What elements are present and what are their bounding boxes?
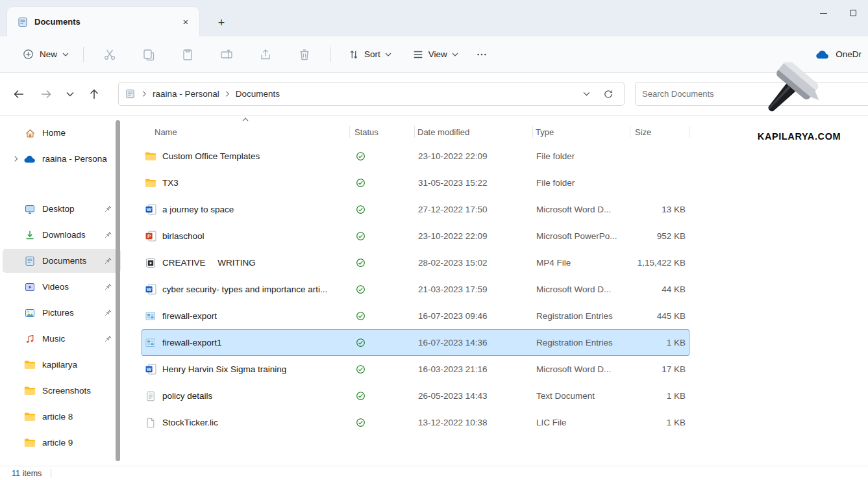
file-size: 1 KB	[630, 338, 690, 347]
onedrive-cloud-icon	[815, 49, 830, 60]
date-modified: 16-07-2023 09:46	[415, 311, 533, 321]
back-button[interactable]	[8, 83, 30, 105]
chevron-down-icon	[385, 53, 391, 57]
file-size: 952 KB	[630, 231, 690, 241]
sidebar-item-pictures[interactable]: Pictures	[3, 301, 121, 325]
table-row[interactable]: Pbirlaschool23-10-2022 22:09Microsoft Po…	[142, 223, 689, 249]
sidebar-item-article-9[interactable]: article 9	[3, 431, 121, 455]
command-bar: New Sort View OneDr	[0, 36, 868, 73]
sync-check-icon	[356, 258, 366, 268]
delete-button[interactable]	[290, 43, 319, 66]
cut-button[interactable]	[95, 43, 124, 66]
table-row[interactable]: firewall-export116-07-2023 14:36Registra…	[142, 329, 689, 356]
column-header-name[interactable]: Name	[142, 121, 349, 143]
home-icon	[23, 128, 36, 138]
more-options-button[interactable]	[469, 43, 495, 66]
folder-file-icon	[145, 178, 156, 188]
name-cell: policy details	[142, 391, 350, 401]
recent-locations-button[interactable]	[62, 83, 78, 105]
folder-icon	[23, 386, 36, 396]
file-size: 1,15,422 KB	[630, 258, 690, 268]
table-row[interactable]: firewall-export16-07-2023 09:46Registrat…	[142, 303, 689, 329]
chevron-down-icon	[452, 53, 458, 57]
table-row[interactable]: Wcyber security- types and importance ar…	[142, 276, 689, 303]
maximize-button[interactable]	[838, 0, 868, 26]
downloads-icon	[23, 230, 36, 240]
folder-file-icon	[145, 151, 156, 161]
lic-file-icon	[145, 418, 156, 428]
paste-button[interactable]	[173, 43, 202, 66]
file-type: Microsoft Word D...	[533, 364, 630, 374]
folder-icon	[23, 438, 36, 448]
share-button[interactable]	[251, 43, 280, 66]
sidebar-item-documents[interactable]: Documents	[3, 249, 121, 273]
svg-text:P: P	[147, 233, 151, 239]
chevron-down-icon	[66, 92, 74, 97]
sidebar-item-label: Videos	[42, 282, 105, 292]
view-button[interactable]: View	[406, 44, 465, 66]
table-row[interactable]: StockTicker.lic13-12-2022 10:38LIC File1…	[142, 409, 689, 436]
sidebar-list: Homeraaina - PersonaDesktopDownloadsDocu…	[0, 121, 130, 455]
sidebar-item-raaina-persona[interactable]: raaina - Persona	[3, 147, 121, 171]
date-modified: 28-02-2023 15:02	[415, 258, 533, 268]
explorer-tab-documents[interactable]: Documents ×	[6, 6, 200, 36]
column-header-date-modified[interactable]: Date modified	[414, 121, 532, 143]
search-box[interactable]	[635, 82, 868, 106]
tab-close-icon[interactable]: ×	[177, 14, 194, 31]
sidebar-scrollbar[interactable]	[116, 120, 120, 461]
refresh-icon[interactable]	[603, 89, 614, 99]
column-header-label: Size	[635, 127, 651, 137]
column-header-type[interactable]: Type	[532, 121, 630, 143]
navigation-pane: Homeraaina - PersonaDesktopDownloadsDocu…	[0, 116, 130, 466]
sidebar-item-article-8[interactable]: article 8	[3, 405, 121, 429]
status-cell	[350, 178, 415, 188]
column-header-label: Name	[155, 127, 177, 137]
sidebar-item-desktop[interactable]: Desktop	[3, 197, 121, 221]
status-cell	[350, 311, 415, 321]
breadcrumb-item-documents[interactable]: Documents	[232, 86, 284, 101]
sidebar-item-downloads[interactable]: Downloads	[3, 223, 121, 247]
table-row[interactable]: WHenry Harvin Six Sigma training16-03-20…	[142, 356, 689, 383]
table-row[interactable]: policy details26-05-2023 14:43Text Docum…	[142, 383, 689, 409]
sidebar-item-kapilarya[interactable]: kapilarya	[3, 353, 121, 377]
file-size: 1 KB	[630, 391, 690, 401]
tab-title: Documents	[34, 17, 171, 27]
column-header-label: Status	[354, 127, 378, 137]
sidebar-item-label: article 9	[42, 438, 118, 448]
sort-button[interactable]: Sort	[341, 44, 398, 66]
sidebar-item-label: raaina - Persona	[42, 154, 118, 164]
sidebar-item-videos[interactable]: Videos	[3, 275, 121, 299]
table-row[interactable]: Custom Office Templates23-10-2022 22:09F…	[142, 143, 689, 170]
view-button-label: View	[428, 49, 447, 59]
expand-chevron-icon[interactable]	[8, 155, 23, 162]
rename-button[interactable]	[212, 43, 241, 66]
new-button[interactable]: New	[14, 43, 77, 66]
file-name: TX3	[162, 178, 179, 188]
new-tab-button[interactable]: +	[213, 14, 230, 31]
sidebar-item-screenshots[interactable]: Screenshots	[3, 379, 121, 403]
sidebar-item-music[interactable]: Music	[3, 327, 121, 351]
sync-check-icon	[356, 338, 366, 347]
status-bar: 11 items	[0, 466, 868, 480]
copy-button[interactable]	[134, 43, 163, 66]
table-row[interactable]: Wa journey to space27-12-2022 17:50Micro…	[142, 196, 689, 223]
table-row[interactable]: TX331-05-2023 15:22File folder	[142, 170, 689, 196]
search-input[interactable]	[642, 89, 867, 99]
minimize-button[interactable]	[808, 0, 838, 26]
sidebar-item-home[interactable]: Home	[3, 121, 121, 145]
breadcrumb[interactable]: raaina - Personal Documents	[118, 82, 625, 106]
new-plus-icon	[22, 48, 34, 60]
address-dropdown-chevron-icon[interactable]	[583, 92, 590, 96]
up-arrow-icon	[88, 88, 101, 101]
status-cell	[350, 284, 415, 294]
column-header-status[interactable]: Status	[349, 121, 414, 143]
table-row[interactable]: CREATIVE WRITING28-02-2023 15:02MP4 File…	[142, 249, 689, 276]
file-list: Name Status Date modified Type Size Cust…	[130, 116, 868, 466]
forward-button[interactable]	[35, 83, 57, 105]
file-name: cyber security- types and importance art…	[162, 284, 327, 294]
breadcrumb-item-raaina-personal[interactable]: raaina - Personal	[149, 86, 223, 101]
onedrive-icon	[23, 155, 36, 164]
up-button[interactable]	[83, 83, 105, 105]
onedrive-status-button[interactable]: OneDr	[810, 49, 862, 60]
column-header-size[interactable]: Size	[630, 121, 689, 143]
